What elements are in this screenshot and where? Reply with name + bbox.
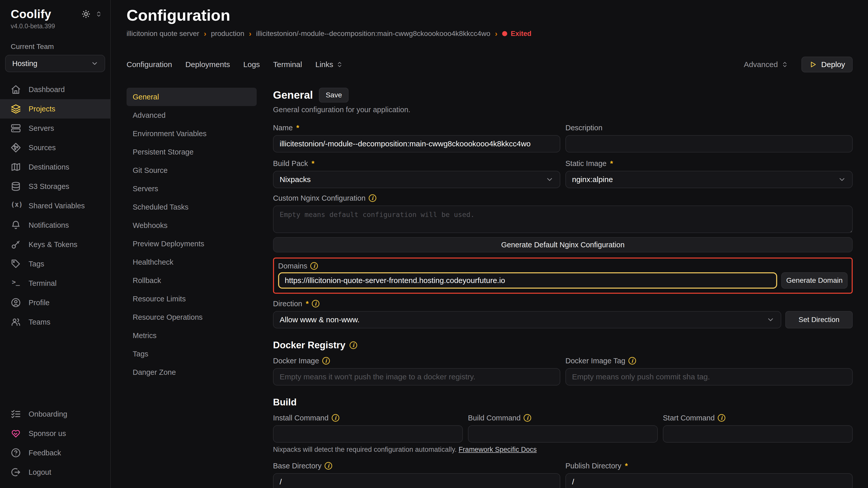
build-command-input[interactable] (468, 425, 658, 443)
static-image-select[interactable]: nginx:alpine (565, 171, 853, 188)
config-nav-rollback[interactable]: Rollback (127, 271, 257, 290)
sidebar-item-projects[interactable]: Projects (0, 99, 110, 119)
sidebar-item-notifications[interactable]: Notifications (0, 216, 110, 235)
config-nav-webhooks[interactable]: Webhooks (127, 216, 257, 234)
domains-input[interactable] (278, 272, 777, 289)
sidebar-item-servers[interactable]: Servers (0, 119, 110, 138)
sidebar-item-logout[interactable]: Logout (0, 462, 110, 482)
sidebar-item-shared-variables[interactable]: (x) Shared Variables (0, 196, 110, 216)
required-asterisk: * (625, 462, 628, 470)
sidebar-item-profile[interactable]: Profile (0, 293, 110, 312)
theme-chevrons-up-down-icon[interactable] (95, 11, 102, 17)
breadcrumb-environment[interactable]: production (211, 30, 244, 38)
breadcrumb-separator-icon: › (249, 30, 252, 37)
description-input[interactable] (565, 135, 853, 153)
main-panel: Configuration illicitonion quote server … (111, 0, 868, 488)
info-icon[interactable]: i (369, 194, 376, 202)
sun-theme-icon[interactable] (82, 10, 90, 19)
map-icon (11, 162, 21, 172)
config-nav-tags[interactable]: Tags (127, 345, 257, 363)
sidebar-item-s3-storages[interactable]: S3 Storages (0, 177, 110, 196)
config-nav-advanced[interactable]: Advanced (127, 106, 257, 124)
home-icon (11, 85, 21, 95)
generate-domain-button[interactable]: Generate Domain (781, 272, 847, 289)
sidebar-item-keys-tokens[interactable]: Keys & Tokens (0, 235, 110, 254)
advanced-menu[interactable]: Advanced (744, 60, 788, 69)
config-nav-preview-deployments[interactable]: Preview Deployments (127, 234, 257, 253)
config-nav-servers[interactable]: Servers (127, 180, 257, 198)
config-nav-persistent-storage[interactable]: Persistent Storage (127, 143, 257, 161)
config-nav-git-source[interactable]: Git Source (127, 161, 257, 180)
info-icon[interactable]: i (332, 414, 339, 422)
config-nav-resource-limits[interactable]: Resource Limits (127, 290, 257, 308)
build-pack-select[interactable]: Nixpacks (273, 171, 560, 188)
sidebar-item-label: Destinations (29, 163, 69, 171)
docker-image-tag-input[interactable] (565, 368, 853, 386)
sidebar-item-label: Terminal (29, 279, 57, 288)
required-asterisk: * (312, 159, 314, 168)
config-nav-resource-operations[interactable]: Resource Operations (127, 308, 257, 326)
sidebar-item-teams[interactable]: Teams (0, 312, 110, 332)
sidebar-item-label: S3 Storages (29, 182, 69, 191)
configuration-content: General Advanced Environment Variables P… (127, 88, 853, 488)
checklist-icon (11, 409, 21, 419)
tab-terminal[interactable]: Terminal (273, 60, 302, 69)
info-icon[interactable]: i (718, 414, 725, 422)
base-directory-label: Base Directory (273, 462, 321, 470)
sidebar-item-label: Logout (29, 468, 51, 477)
sidebar-item-sources[interactable]: Sources (0, 138, 110, 157)
section-title: General (273, 89, 313, 101)
info-icon[interactable]: i (322, 357, 330, 365)
breadcrumb-project[interactable]: illicitonion quote server (127, 30, 199, 38)
sidebar-item-terminal[interactable]: >_ Terminal (0, 273, 110, 293)
direction-select[interactable]: Allow www & non-www. (273, 311, 781, 328)
sidebar-item-label: Servers (29, 124, 54, 133)
save-button[interactable]: Save (319, 88, 348, 102)
config-nav-environment-variables[interactable]: Environment Variables (127, 124, 257, 143)
variable-x-icon: (x) (11, 201, 21, 211)
base-directory-input[interactable] (273, 473, 560, 488)
set-direction-button[interactable]: Set Direction (785, 311, 853, 328)
breadcrumb-application[interactable]: illicitestonion/-module--decomposition:m… (256, 30, 490, 38)
framework-docs-link[interactable]: Framework Specific Docs (459, 446, 536, 453)
sidebar-item-onboarding[interactable]: Onboarding (0, 404, 110, 424)
sidebar-item-label: Profile (29, 299, 50, 307)
sidebar-item-sponsor[interactable]: Sponsor us (0, 424, 110, 443)
info-icon[interactable]: i (312, 300, 319, 307)
tab-links[interactable]: Links (315, 60, 343, 69)
info-icon[interactable]: i (628, 357, 636, 365)
sidebar-item-destinations[interactable]: Destinations (0, 157, 110, 177)
nginx-config-textarea[interactable] (273, 205, 853, 233)
deploy-button[interactable]: Deploy (801, 57, 853, 72)
info-icon[interactable]: i (349, 341, 357, 349)
sidebar-item-dashboard[interactable]: Dashboard (0, 80, 110, 99)
general-form: General Save General configuration for y… (273, 88, 853, 488)
generate-nginx-config-button[interactable]: Generate Default Nginx Configuration (273, 237, 853, 252)
build-pack-label: Build Pack (273, 159, 308, 168)
sidebar-item-tags[interactable]: Tags (0, 254, 110, 273)
tab-deployments[interactable]: Deployments (185, 60, 230, 69)
tab-logs[interactable]: Logs (243, 60, 260, 69)
info-icon[interactable]: i (524, 414, 531, 422)
config-nav-metrics[interactable]: Metrics (127, 326, 257, 345)
page-title: Configuration (127, 6, 853, 25)
team-select[interactable]: Hosting (5, 55, 105, 72)
publish-directory-input[interactable] (565, 473, 853, 488)
docker-image-input[interactable] (273, 368, 560, 386)
config-nav-general[interactable]: General (127, 88, 257, 106)
nixpacks-note: Nixpacks will detect the required config… (273, 446, 853, 455)
tab-configuration[interactable]: Configuration (127, 60, 172, 69)
info-icon[interactable]: i (324, 462, 332, 469)
install-command-input[interactable] (273, 425, 463, 443)
config-nav-healthcheck[interactable]: Healthcheck (127, 253, 257, 271)
status-badge: Exited (502, 30, 531, 38)
config-nav-scheduled-tasks[interactable]: Scheduled Tasks (127, 198, 257, 216)
sidebar-item-feedback[interactable]: Feedback (0, 443, 110, 462)
start-command-input[interactable] (663, 425, 853, 443)
domains-alert-box: Domainsi Generate Domain (273, 258, 853, 294)
tab-bar: Configuration Deployments Logs Terminal … (127, 57, 853, 72)
coolify-app: Coolify v4.0.0-beta.399 Current Team Hos… (0, 0, 868, 488)
config-nav-danger-zone[interactable]: Danger Zone (127, 363, 257, 382)
info-icon[interactable]: i (310, 262, 318, 270)
name-input[interactable] (273, 135, 560, 153)
